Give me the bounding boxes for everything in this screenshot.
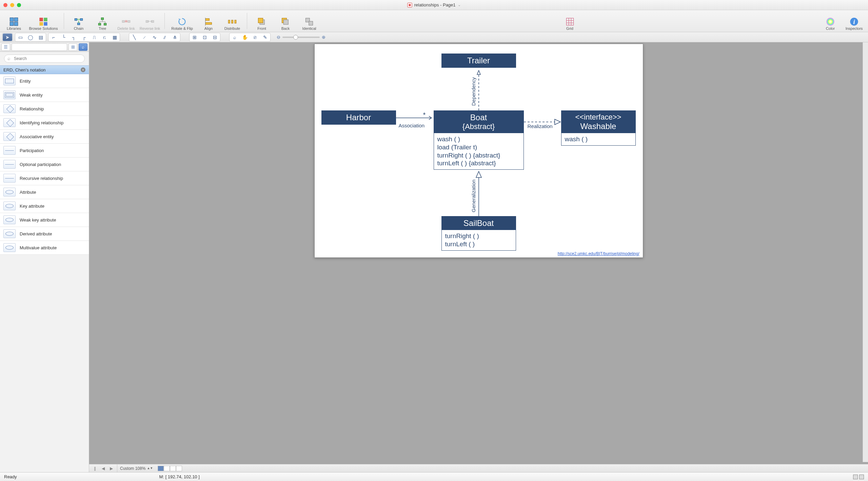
diagram-page[interactable]: Trailer Harbor Boat {Abstract} wash ( )l…: [314, 44, 643, 258]
browse-solutions-button[interactable]: Browse Solutions: [27, 11, 60, 31]
shape-item[interactable]: Participation: [0, 144, 89, 158]
tree-icon: [98, 17, 107, 26]
eyedrop-tool[interactable]: ✎: [260, 34, 270, 41]
delete-link-icon: [121, 17, 131, 26]
sidebar-section-header[interactable]: ERD, Chen's notation ×: [0, 65, 89, 74]
search-input[interactable]: [4, 55, 85, 63]
line3-tool[interactable]: ∿: [150, 34, 159, 41]
shape-item[interactable]: Optional participation: [0, 158, 89, 171]
libraries-button[interactable]: Libraries: [3, 11, 24, 31]
line1-tool[interactable]: ╲: [130, 34, 139, 41]
conn3-tool[interactable]: ┐: [69, 34, 79, 41]
line2-tool[interactable]: ⟋: [140, 34, 149, 41]
uml-boat[interactable]: Boat {Abstract} wash ( )load (Trailer t)…: [434, 110, 524, 170]
shape-thumb: [3, 160, 16, 169]
status-bar: Ready M: [ 192.74, 102.10 ]: [0, 472, 868, 481]
shape-item[interactable]: Attribute: [0, 185, 89, 199]
conn2-tool[interactable]: └: [59, 34, 68, 41]
zoom-tool[interactable]: ⌕: [230, 34, 239, 41]
shape-item[interactable]: Identifying relationship: [0, 116, 89, 130]
shape-item[interactable]: Multivalue attribute: [0, 241, 89, 255]
close-section-icon[interactable]: ×: [81, 67, 85, 72]
maximize-icon[interactable]: [17, 3, 21, 7]
uml-trailer[interactable]: Trailer: [441, 54, 516, 68]
distribute-button[interactable]: Distribute: [222, 11, 243, 31]
minimize-icon[interactable]: [10, 3, 14, 7]
shape-item[interactable]: Associative entity: [0, 130, 89, 144]
align-button[interactable]: Align: [198, 11, 219, 31]
main-toolbar: Libraries Browse Solutions Chain Tree De…: [0, 10, 868, 32]
svg-rect-1: [14, 18, 18, 21]
grid-button[interactable]: Grid: [559, 11, 580, 31]
shape-item[interactable]: Derived attribute: [0, 227, 89, 241]
sidebar-view-list[interactable]: ☰: [1, 43, 10, 51]
stamp-tool[interactable]: ⎚: [250, 34, 260, 41]
shape-item[interactable]: Weak key attribute: [0, 213, 89, 227]
hand-tool[interactable]: ✋: [240, 34, 250, 41]
tree-button[interactable]: Tree: [92, 11, 113, 31]
zoom-display[interactable]: Custom 108% ▲▼: [117, 466, 156, 471]
uml-washable[interactable]: <<interface>> Washable wash ( ): [561, 110, 636, 146]
shape-item[interactable]: Entity: [0, 74, 89, 88]
conn7-tool[interactable]: ▦: [110, 34, 119, 41]
sidebar-filter-input[interactable]: [12, 43, 67, 51]
conn4-tool[interactable]: ┌: [79, 34, 89, 41]
zoom-in-icon[interactable]: ⊕: [322, 35, 326, 40]
page-thumbnails[interactable]: [158, 466, 182, 471]
vertical-scrollbar[interactable]: [863, 42, 868, 462]
svg-rect-23: [235, 20, 236, 23]
next-page-icon[interactable]: ▶: [108, 466, 114, 471]
shape-item[interactable]: Key attribute: [0, 199, 89, 213]
canvas-bottom-bar: ‖ ◀ ▶ Custom 108% ▲▼: [89, 464, 868, 472]
delete-link-button[interactable]: Delete link: [116, 11, 137, 31]
svg-rect-3: [14, 22, 18, 26]
snap2-tool[interactable]: ⊡: [200, 34, 210, 41]
uml-harbor[interactable]: Harbor: [321, 110, 396, 125]
color-icon: [826, 17, 835, 26]
svg-rect-15: [128, 21, 130, 23]
reverse-link-button[interactable]: Reverse link: [139, 11, 160, 31]
pointer-tool[interactable]: ➤: [3, 34, 12, 41]
conn6-tool[interactable]: ⎌: [100, 34, 109, 41]
shape-label: Derived attribute: [20, 231, 52, 236]
snap3-tool[interactable]: ⊟: [210, 34, 220, 41]
shape-item[interactable]: Weak entity: [0, 88, 89, 102]
conn5-tool[interactable]: ⎍: [90, 34, 99, 41]
footer-link[interactable]: http://sce2.umkc.edu/BIT/burrise/pl/mode…: [558, 251, 639, 256]
prev-page-icon[interactable]: ◀: [100, 466, 106, 471]
canvas-scroll[interactable]: Trailer Harbor Boat {Abstract} wash ( )l…: [89, 42, 868, 464]
chain-button[interactable]: Chain: [68, 11, 89, 31]
zoom-out-icon[interactable]: ⊖: [277, 35, 280, 40]
line4-tool[interactable]: ⫽: [160, 34, 170, 41]
svg-rect-22: [232, 20, 233, 23]
conn1-tool[interactable]: ⌐: [49, 34, 58, 41]
svg-rect-29: [309, 21, 313, 25]
zoom-slider[interactable]: ⊖ ⊕: [277, 35, 326, 40]
rotate-flip-button[interactable]: Rotate & Flip: [169, 11, 195, 31]
titlebar: relationships - Page1 ⌄: [0, 0, 868, 10]
shape-item[interactable]: Recursive relationship: [0, 171, 89, 185]
snap1-tool[interactable]: ⊞: [190, 34, 199, 41]
color-button[interactable]: Color: [820, 11, 841, 31]
shape-thumb: [3, 104, 16, 113]
shape-item[interactable]: Relationship: [0, 102, 89, 116]
line5-tool[interactable]: ⋔: [170, 34, 180, 41]
close-icon[interactable]: [3, 3, 7, 7]
rect-tool[interactable]: ▭: [16, 34, 25, 41]
status-indicator-2: [859, 475, 864, 479]
text-tool[interactable]: ▤: [36, 34, 45, 41]
uml-sailboat[interactable]: SailBoat turnRight ( )turnLeft ( ): [441, 216, 516, 251]
sidebar-search-toggle[interactable]: ⌕: [79, 43, 87, 51]
shape-thumb: [3, 146, 16, 155]
chevron-down-icon[interactable]: ⌄: [458, 3, 461, 7]
shape-thumb: [3, 132, 16, 141]
dependency-label: Dependency: [471, 77, 476, 106]
pause-icon[interactable]: ‖: [92, 466, 98, 471]
inspectors-button[interactable]: iInspectors: [844, 11, 865, 31]
status-ready: Ready: [4, 474, 17, 479]
front-button[interactable]: Front: [251, 11, 272, 31]
ellipse-tool[interactable]: ◯: [26, 34, 35, 41]
identical-button[interactable]: Identical: [299, 11, 320, 31]
sidebar-view-grid[interactable]: ⊞: [68, 43, 77, 51]
back-button[interactable]: Back: [275, 11, 296, 31]
